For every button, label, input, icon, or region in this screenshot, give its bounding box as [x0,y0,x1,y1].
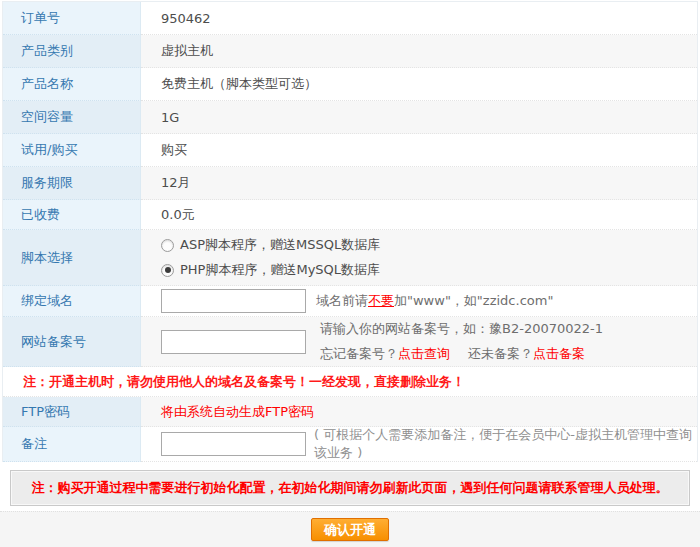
icp-number-label: 网站备案号 [3,317,141,367]
product-category-label: 产品类别 [3,35,141,68]
service-term-label: 服务期限 [3,167,141,200]
script-select-label: 脚本选择 [3,230,141,286]
bind-domain-label: 绑定域名 [3,286,141,317]
row-ftp-password: FTP密码 将由系统自动生成FTP密码 [3,397,697,427]
init-warning-box: 注：购买开通过程中需要进行初始化配置，在初始化期间请勿刷新此页面，遇到任何问题请… [10,470,690,506]
row-icp-number: 网站备案号 请输入你的网站备案号，如：豫B2-20070022-1 忘记备案号？… [3,317,697,367]
domain-input[interactable] [161,289,306,313]
bind-domain-value: 域名前请不要加"www"，如"zzidc.com" [141,286,697,317]
amount-charged-label: 已收费 [3,200,141,230]
row-space-capacity: 空间容量 1G [3,101,697,134]
query-icp-link[interactable]: 点击查询 [398,345,450,363]
amount-charged-value: 0.0元 [141,200,697,230]
order-activation-page: 订单号 950462 产品类别 虚拟主机 产品名称 免费主机（脚本类型可选） 空… [0,0,700,547]
row-script-select: 脚本选择 ASP脚本程序，赠送MSSQL数据库 PHP脚本程序，赠送MySQL数… [3,230,697,286]
order-number-value: 950462 [141,2,697,35]
icp-hint-links: 忘记备案号？ 点击查询 还未备案？ 点击备案 [320,342,603,367]
radio-option-asp[interactable]: ASP脚本程序，赠送MSSQL数据库 [161,233,380,258]
row-product-name: 产品名称 免费主机（脚本类型可选） [3,68,697,101]
footer-bar: 确认开通 [0,511,700,547]
icp-hint-example: 请输入你的网站备案号，如：豫B2-20070022-1 [320,317,603,342]
asp-radio-label: ASP脚本程序，赠送MSSQL数据库 [180,236,380,254]
row-trial-or-buy: 试用/购买 购买 [3,134,697,167]
space-capacity-value: 1G [141,101,697,134]
service-term-value: 12月 [141,167,697,200]
domain-hint: 域名前请不要加"www"，如"zzidc.com" [316,292,553,310]
product-category-value: 虚拟主机 [141,35,697,68]
product-name-label: 产品名称 [3,68,141,101]
ftp-auto-generate-text: 将由系统自动生成FTP密码 [161,403,314,421]
product-name-value: 免费主机（脚本类型可选） [141,68,697,101]
notyet-icp-text: 还未备案？ [468,345,533,363]
remark-hint: ( 可根据个人需要添加备注，便于在会员中心-虚拟主机管理中查询该业务 ) [314,426,697,462]
row-amount-charged: 已收费 0.0元 [3,200,697,230]
icp-number-value: 请输入你的网站备案号，如：豫B2-20070022-1 忘记备案号？ 点击查询 … [141,317,697,367]
file-icp-link[interactable]: 点击备案 [533,345,585,363]
asp-radio-button[interactable] [161,239,174,252]
ftp-password-value: 将由系统自动生成FTP密码 [141,397,697,427]
space-capacity-label: 空间容量 [3,101,141,134]
php-radio-label: PHP脚本程序，赠送MySQL数据库 [180,261,380,279]
trial-or-buy-value: 购买 [141,134,697,167]
remark-label: 备注 [3,427,141,462]
domain-hint-emphasis: 不要 [368,293,394,308]
forgot-icp-text: 忘记备案号？ [320,345,398,363]
row-order-number: 订单号 950462 [3,2,697,35]
remark-input[interactable] [161,432,306,456]
ftp-password-label: FTP密码 [3,397,141,427]
remark-value: ( 可根据个人需要添加备注，便于在会员中心-虚拟主机管理中查询该业务 ) [141,427,697,462]
init-warning-section: 注：购买开通过程中需要进行初始化配置，在初始化期间请勿刷新此页面，遇到任何问题请… [0,462,700,506]
icp-hints: 请输入你的网站备案号，如：豫B2-20070022-1 忘记备案号？ 点击查询 … [320,317,603,367]
domain-warning-note: 注：开通主机时，请勿使用他人的域名及备案号！一经发现，直接删除业务！ [3,367,697,397]
radio-option-php[interactable]: PHP脚本程序，赠送MySQL数据库 [161,258,380,283]
row-service-term: 服务期限 12月 [3,167,697,200]
confirm-activate-button[interactable]: 确认开通 [311,518,389,541]
trial-or-buy-label: 试用/购买 [3,134,141,167]
row-bind-domain: 绑定域名 域名前请不要加"www"，如"zzidc.com" [3,286,697,317]
order-number-label: 订单号 [3,2,141,35]
icp-input[interactable] [161,330,306,354]
row-product-category: 产品类别 虚拟主机 [3,35,697,68]
script-select-options: ASP脚本程序，赠送MSSQL数据库 PHP脚本程序，赠送MySQL数据库 [141,230,697,286]
php-radio-button[interactable] [161,264,174,277]
order-form-table: 订单号 950462 产品类别 虚拟主机 产品名称 免费主机（脚本类型可选） 空… [2,1,698,462]
row-remark: 备注 ( 可根据个人需要添加备注，便于在会员中心-虚拟主机管理中查询该业务 ) [3,427,697,462]
